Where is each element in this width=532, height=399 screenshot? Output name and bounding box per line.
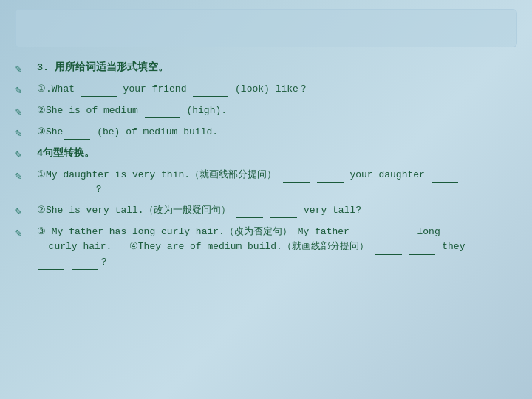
main-content: ✎ 3. 用所给词适当形式填空。 ✎ ①.What your friend (l… <box>15 58 517 392</box>
bullet-icon: ✎ <box>15 203 31 219</box>
section4-q3: ✎ ③ My father has long curly hair.（改为否定句… <box>15 222 517 272</box>
bullet-icon: ✎ <box>15 125 31 140</box>
blank3 <box>145 117 180 118</box>
blank11 <box>350 239 377 239</box>
section4-q1: ✎ ①My daughter is very thin.（就画线部分提问） yo… <box>15 165 517 200</box>
blank12 <box>384 239 411 239</box>
section3-q3: ✎ ③She (be) of medium build. <box>15 122 517 143</box>
section4-label: 4句型转换。 <box>37 146 95 162</box>
section3-label: 3. 用所给词适当形式填空。 <box>37 61 168 76</box>
bullet-icon: ✎ <box>15 146 31 162</box>
blank16 <box>72 269 98 270</box>
blank8 <box>66 197 93 197</box>
section3-q1-text: ①.What your friend (look) like？ <box>37 82 308 97</box>
section3-q3-text: ③She (be) of medium build. <box>37 125 218 140</box>
blank6 <box>317 182 344 183</box>
header-box <box>15 9 517 47</box>
blank9 <box>236 217 263 218</box>
blank4 <box>64 139 90 140</box>
blank1 <box>81 96 117 97</box>
blank7 <box>432 182 458 183</box>
section3-q2-text: ②She is of medium (high). <box>37 103 227 118</box>
section4-title: ✎ 4句型转换。 <box>15 143 517 165</box>
section4-q3-text: ③ My father has long curly hair.（改为否定句） … <box>37 225 465 269</box>
section3-title: ✎ 3. 用所给词适当形式填空。 <box>15 58 517 79</box>
bullet-icon: ✎ <box>15 103 31 119</box>
blank10 <box>270 217 297 218</box>
section4-q1-text: ①My daughter is very thin.（就画线部分提问） your… <box>37 168 459 197</box>
bullet-icon: ✎ <box>15 82 31 98</box>
section4-q2: ✎ ②She is very tall.（改为一般疑问句） very tall? <box>15 200 517 222</box>
blank13 <box>375 254 402 255</box>
blank5 <box>283 182 310 183</box>
bullet-icon: ✎ <box>15 61 31 76</box>
section3-q1: ✎ ①.What your friend (look) like？ <box>15 79 517 100</box>
blank2 <box>193 96 228 97</box>
section3-q2: ✎ ②She is of medium (high). <box>15 100 517 122</box>
section4-q2-text: ②She is very tall.（改为一般疑问句） very tall? <box>37 203 361 218</box>
bullet-icon: ✎ <box>15 168 31 183</box>
blank15 <box>38 269 64 270</box>
bullet-icon: ✎ <box>15 225 31 240</box>
blank14 <box>409 254 435 255</box>
